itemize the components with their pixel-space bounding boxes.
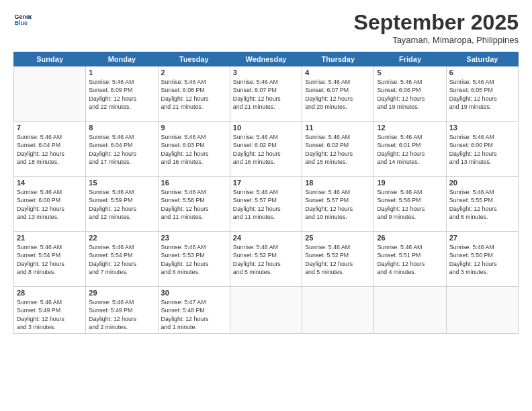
cell-date: 19 <box>377 179 443 187</box>
calendar-cell: 21Sunrise: 5:46 AM Sunset: 5:54 PM Dayli… <box>14 232 86 287</box>
cell-date: 1 <box>89 68 154 77</box>
calendar-cell: 23Sunrise: 5:46 AM Sunset: 5:53 PM Dayli… <box>158 232 230 287</box>
calendar-cell: 27Sunrise: 5:46 AM Sunset: 5:50 PM Dayli… <box>446 232 518 287</box>
cell-date: 28 <box>17 289 83 297</box>
cell-info: Sunrise: 5:46 AM Sunset: 5:59 PM Dayligh… <box>89 188 154 221</box>
day-header-friday: Friday <box>374 52 446 66</box>
calendar-cell <box>14 66 86 122</box>
cell-date: 9 <box>161 124 227 132</box>
cell-info: Sunrise: 5:46 AM Sunset: 6:03 PM Dayligh… <box>161 133 227 166</box>
day-header-tuesday: Tuesday <box>158 52 230 66</box>
cell-date: 29 <box>89 289 154 297</box>
cell-date: 2 <box>161 68 227 77</box>
cell-info: Sunrise: 5:46 AM Sunset: 5:52 PM Dayligh… <box>233 243 299 276</box>
calendar-cell: 16Sunrise: 5:46 AM Sunset: 5:58 PM Dayli… <box>158 177 230 232</box>
calendar-cell: 3Sunrise: 5:46 AM Sunset: 6:07 PM Daylig… <box>230 66 302 122</box>
cell-info: Sunrise: 5:46 AM Sunset: 5:49 PM Dayligh… <box>89 298 154 331</box>
svg-text:Blue: Blue <box>14 19 28 26</box>
cell-date: 20 <box>449 179 515 187</box>
cell-date: 7 <box>17 124 83 132</box>
calendar-cell: 26Sunrise: 5:46 AM Sunset: 5:51 PM Dayli… <box>374 232 446 287</box>
cell-date: 5 <box>377 68 443 77</box>
day-header-wednesday: Wednesday <box>230 52 302 66</box>
calendar-cell: 25Sunrise: 5:46 AM Sunset: 5:52 PM Dayli… <box>302 232 374 287</box>
page: General Blue September 2025 Tayaman, Mim… <box>0 0 532 411</box>
logo: General Blue <box>13 10 32 29</box>
calendar-cell: 7Sunrise: 5:46 AM Sunset: 6:04 PM Daylig… <box>14 122 86 177</box>
week-row-1: 7Sunrise: 5:46 AM Sunset: 6:04 PM Daylig… <box>14 122 519 177</box>
calendar-cell: 12Sunrise: 5:46 AM Sunset: 6:01 PM Dayli… <box>374 122 446 177</box>
cell-info: Sunrise: 5:47 AM Sunset: 5:48 PM Dayligh… <box>161 298 227 331</box>
month-title: September 2025 <box>354 10 519 35</box>
calendar-cell: 17Sunrise: 5:46 AM Sunset: 5:57 PM Dayli… <box>230 177 302 232</box>
cell-info: Sunrise: 5:46 AM Sunset: 6:00 PM Dayligh… <box>17 188 83 221</box>
calendar-cell: 15Sunrise: 5:46 AM Sunset: 5:59 PM Dayli… <box>86 177 158 232</box>
day-header-sunday: Sunday <box>14 52 86 66</box>
cell-info: Sunrise: 5:46 AM Sunset: 6:07 PM Dayligh… <box>233 78 299 111</box>
cell-info: Sunrise: 5:46 AM Sunset: 6:07 PM Dayligh… <box>305 78 371 111</box>
week-row-2: 14Sunrise: 5:46 AM Sunset: 6:00 PM Dayli… <box>14 177 519 232</box>
cell-date: 26 <box>377 234 443 242</box>
cell-info: Sunrise: 5:46 AM Sunset: 6:05 PM Dayligh… <box>449 78 515 111</box>
cell-info: Sunrise: 5:46 AM Sunset: 6:08 PM Dayligh… <box>161 78 227 111</box>
cell-info: Sunrise: 5:46 AM Sunset: 5:56 PM Dayligh… <box>377 188 443 221</box>
cell-date: 15 <box>89 179 154 187</box>
calendar-cell: 19Sunrise: 5:46 AM Sunset: 5:56 PM Dayli… <box>374 177 446 232</box>
calendar-cell: 4Sunrise: 5:46 AM Sunset: 6:07 PM Daylig… <box>302 66 374 122</box>
calendar-cell: 11Sunrise: 5:46 AM Sunset: 6:02 PM Dayli… <box>302 122 374 177</box>
cell-info: Sunrise: 5:46 AM Sunset: 5:53 PM Dayligh… <box>161 243 227 276</box>
cell-info: Sunrise: 5:46 AM Sunset: 5:49 PM Dayligh… <box>17 298 83 331</box>
cell-info: Sunrise: 5:46 AM Sunset: 6:02 PM Dayligh… <box>233 133 299 166</box>
calendar-table: SundayMondayTuesdayWednesdayThursdayFrid… <box>13 52 519 334</box>
cell-info: Sunrise: 5:46 AM Sunset: 5:54 PM Dayligh… <box>89 243 154 276</box>
cell-info: Sunrise: 5:46 AM Sunset: 5:55 PM Dayligh… <box>449 188 515 221</box>
cell-info: Sunrise: 5:46 AM Sunset: 6:04 PM Dayligh… <box>89 133 154 166</box>
cell-date: 30 <box>161 289 227 297</box>
calendar-cell: 29Sunrise: 5:46 AM Sunset: 5:49 PM Dayli… <box>86 287 158 334</box>
cell-date: 3 <box>233 68 299 77</box>
title-area: September 2025 Tayaman, Mimaropa, Philip… <box>354 10 519 45</box>
cell-date: 13 <box>449 124 515 132</box>
cell-info: Sunrise: 5:46 AM Sunset: 5:58 PM Dayligh… <box>161 188 227 221</box>
calendar-cell <box>302 287 374 334</box>
calendar-cell: 10Sunrise: 5:46 AM Sunset: 6:02 PM Dayli… <box>230 122 302 177</box>
header-row: SundayMondayTuesdayWednesdayThursdayFrid… <box>14 52 519 66</box>
cell-info: Sunrise: 5:46 AM Sunset: 5:57 PM Dayligh… <box>233 188 299 221</box>
calendar-cell <box>374 287 446 334</box>
calendar-cell: 5Sunrise: 5:46 AM Sunset: 6:06 PM Daylig… <box>374 66 446 122</box>
cell-date: 17 <box>233 179 299 187</box>
day-header-saturday: Saturday <box>446 52 518 66</box>
calendar-cell <box>230 287 302 334</box>
day-header-thursday: Thursday <box>302 52 374 66</box>
calendar-cell: 8Sunrise: 5:46 AM Sunset: 6:04 PM Daylig… <box>86 122 158 177</box>
cell-info: Sunrise: 5:46 AM Sunset: 5:57 PM Dayligh… <box>305 188 371 221</box>
cell-info: Sunrise: 5:46 AM Sunset: 6:04 PM Dayligh… <box>17 133 83 166</box>
calendar-cell: 28Sunrise: 5:46 AM Sunset: 5:49 PM Dayli… <box>14 287 86 334</box>
cell-info: Sunrise: 5:46 AM Sunset: 5:54 PM Dayligh… <box>17 243 83 276</box>
cell-date: 6 <box>449 68 515 77</box>
logo-icon: General Blue <box>13 10 32 29</box>
calendar-cell: 13Sunrise: 5:46 AM Sunset: 6:00 PM Dayli… <box>446 122 518 177</box>
cell-date: 10 <box>233 124 299 132</box>
cell-date: 24 <box>233 234 299 242</box>
cell-info: Sunrise: 5:46 AM Sunset: 6:00 PM Dayligh… <box>449 133 515 166</box>
cell-info: Sunrise: 5:46 AM Sunset: 6:09 PM Dayligh… <box>89 78 154 111</box>
calendar-cell: 2Sunrise: 5:46 AM Sunset: 6:08 PM Daylig… <box>158 66 230 122</box>
cell-date: 21 <box>17 234 83 242</box>
calendar-cell: 1Sunrise: 5:46 AM Sunset: 6:09 PM Daylig… <box>86 66 158 122</box>
cell-date: 14 <box>17 179 83 187</box>
header: General Blue September 2025 Tayaman, Mim… <box>13 10 519 45</box>
calendar-cell: 6Sunrise: 5:46 AM Sunset: 6:05 PM Daylig… <box>446 66 518 122</box>
calendar-cell: 14Sunrise: 5:46 AM Sunset: 6:00 PM Dayli… <box>14 177 86 232</box>
cell-date: 4 <box>305 68 371 77</box>
cell-info: Sunrise: 5:46 AM Sunset: 6:06 PM Dayligh… <box>377 78 443 111</box>
week-row-3: 21Sunrise: 5:46 AM Sunset: 5:54 PM Dayli… <box>14 232 519 287</box>
cell-date: 25 <box>305 234 371 242</box>
cell-date: 12 <box>377 124 443 132</box>
calendar-cell: 20Sunrise: 5:46 AM Sunset: 5:55 PM Dayli… <box>446 177 518 232</box>
calendar-cell: 22Sunrise: 5:46 AM Sunset: 5:54 PM Dayli… <box>86 232 158 287</box>
cell-date: 23 <box>161 234 227 242</box>
calendar-cell: 18Sunrise: 5:46 AM Sunset: 5:57 PM Dayli… <box>302 177 374 232</box>
location: Tayaman, Mimaropa, Philippines <box>354 35 519 45</box>
cell-info: Sunrise: 5:46 AM Sunset: 6:01 PM Dayligh… <box>377 133 443 166</box>
